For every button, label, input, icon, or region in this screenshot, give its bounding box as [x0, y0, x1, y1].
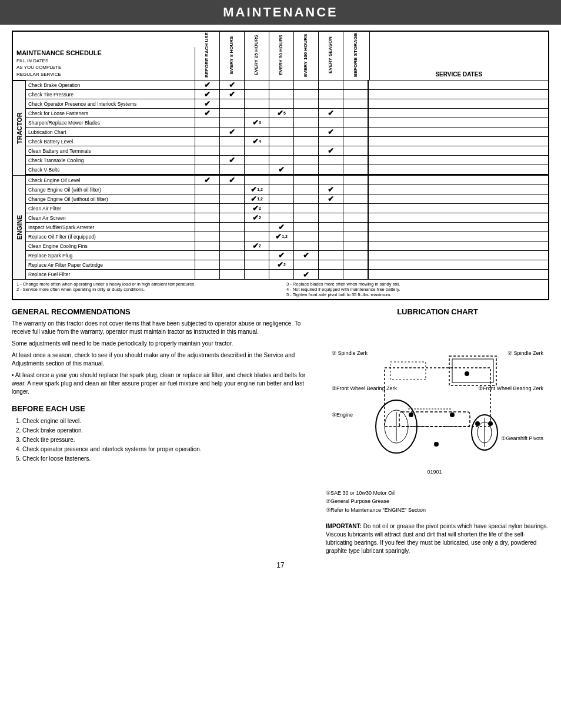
service-dates-col [368, 204, 548, 213]
check-col-3 [269, 99, 294, 108]
check-col-2: ✔2 [245, 204, 269, 213]
service-dates-col [368, 270, 548, 279]
table-row: Sharpen/Replace Mower Blades ✔3 [26, 118, 548, 128]
check-col-0: ✔ [195, 90, 220, 99]
schedule-title-block: MAINTENANCE SCHEDULE FILL IN DATES AS YO… [13, 47, 195, 80]
col-headers: BEFORE EACH USE EVERY 8 HOURS EVERY 25 H… [195, 32, 370, 80]
check-col-5 [319, 270, 343, 279]
check-col-3 [269, 156, 294, 165]
col-header-2: EVERY 25 HOURS [245, 32, 269, 80]
check-col-3 [269, 213, 294, 222]
page-number: 17 [12, 561, 549, 569]
lubrication-chart-heading: LUBRICATION CHART [326, 307, 549, 316]
task-cell: Change Engine Oil (with oil filter) [26, 185, 195, 194]
check-col-6 [343, 194, 368, 203]
check-col-1: ✔ [220, 128, 245, 136]
check-col-2: ✔1,2 [245, 185, 269, 194]
left-column: GENERAL RECOMMENDATIONS The warranty on … [12, 307, 316, 555]
engine-label: ③Engine [332, 412, 353, 418]
check-col-6 [343, 270, 368, 279]
col-header-5: EVERY SEASON [319, 32, 343, 80]
check-col-5: ✔ [319, 194, 343, 203]
check-col-5 [319, 156, 343, 165]
check-col-6 [343, 213, 368, 222]
check-col-6 [343, 137, 368, 146]
svg-point-16 [465, 371, 469, 376]
check-col-1 [220, 109, 245, 118]
check-col-0 [195, 223, 220, 232]
important-box: IMPORTANT: Do not oil or grease the pivo… [326, 522, 549, 555]
check-col-2 [245, 109, 269, 118]
check-col-2: ✔3 [245, 118, 269, 127]
check-col-6 [343, 176, 368, 184]
check-col-4 [294, 232, 319, 241]
service-dates-col [368, 241, 548, 250]
check-col-6 [343, 241, 368, 250]
check-col-2 [245, 223, 269, 232]
lubrication-svg: 01901 [332, 321, 543, 485]
footnotes: 1 - Change more often when operating und… [13, 279, 548, 299]
check-col-4 [294, 223, 319, 232]
check-col-3 [269, 90, 294, 99]
check-col-1 [220, 251, 245, 260]
check-col-3: ✔5 [269, 109, 294, 118]
tractor-label: TRACTOR [13, 80, 25, 175]
table-row: Clean Engine Cooling Fins ✔2 [26, 241, 548, 251]
check-col-4 [294, 241, 319, 250]
row-label-col: TRACTOR ENGINE [13, 80, 26, 279]
rows-container: Check Brake Operation ✔ ✔ Check Tire Pre… [26, 80, 548, 279]
check-col-0 [195, 128, 220, 136]
check-col-5 [319, 90, 343, 99]
table-row: Check Operator Presence and Interlock Sy… [26, 99, 548, 109]
check-col-5 [319, 260, 343, 269]
service-dates-header: SERVICE DATES [370, 69, 549, 80]
check-col-4 [294, 156, 319, 165]
check-col-2 [245, 80, 269, 89]
check-col-3 [269, 137, 294, 146]
service-dates-col [368, 251, 548, 260]
task-cell: Check Tire Pressure [26, 90, 195, 99]
check-col-5 [319, 165, 343, 174]
check-col-0 [195, 260, 220, 269]
service-dates-col [368, 260, 548, 269]
lower-content: GENERAL RECOMMENDATIONS The warranty on … [12, 307, 549, 555]
before-each-use-section: BEFORE EACH USE Check engine oil level. … [12, 404, 316, 464]
task-cell: Replace Air Filter Paper Cartridge [26, 260, 195, 269]
check-col-1 [220, 241, 245, 250]
service-dates-col [368, 232, 548, 241]
service-dates-col [368, 118, 548, 127]
before-each-use-list: Check engine oil level. Check brake oper… [12, 417, 316, 464]
table-row: Replace Spark Plug ✔ ✔ [26, 251, 548, 260]
table-row: Check V-Belts ✔ [26, 165, 548, 175]
check-col-6 [343, 109, 368, 118]
check-col-1: ✔ [220, 90, 245, 99]
task-cell: Clean Engine Cooling Fins [26, 241, 195, 250]
page-title: MAINTENANCE [0, 5, 561, 20]
right-column: LUBRICATION CHART [326, 307, 549, 555]
svg-rect-1 [449, 356, 496, 385]
check-col-3 [269, 118, 294, 127]
maintenance-schedule-table: MAINTENANCE SCHEDULE FILL IN DATES AS YO… [12, 31, 549, 300]
check-col-4 [294, 118, 319, 127]
list-item: Check brake operation. [22, 426, 316, 435]
check-col-1 [220, 165, 245, 174]
check-col-3 [269, 204, 294, 213]
check-col-5 [319, 137, 343, 146]
engine-label: ENGINE [13, 175, 25, 279]
check-col-1: ✔ [220, 80, 245, 89]
page-header: MAINTENANCE [0, 0, 561, 25]
check-col-5 [319, 241, 343, 250]
check-col-2: ✔1,2 [245, 194, 269, 203]
check-col-1: ✔ [220, 156, 245, 165]
check-col-2 [245, 260, 269, 269]
check-col-4 [294, 80, 319, 89]
service-dates-col [368, 109, 548, 118]
svg-rect-10 [452, 359, 493, 383]
col-header-3: EVERY 50 HOURS [269, 32, 294, 80]
task-cell: Replace Fuel Filter [26, 270, 195, 279]
check-col-2 [245, 146, 269, 155]
check-col-4 [294, 146, 319, 155]
gearshift-label: ①Gearshift Pivots [501, 435, 543, 441]
task-cell: Change Engine Oil (without oil filter) [26, 194, 195, 203]
service-dates-col [368, 185, 548, 194]
